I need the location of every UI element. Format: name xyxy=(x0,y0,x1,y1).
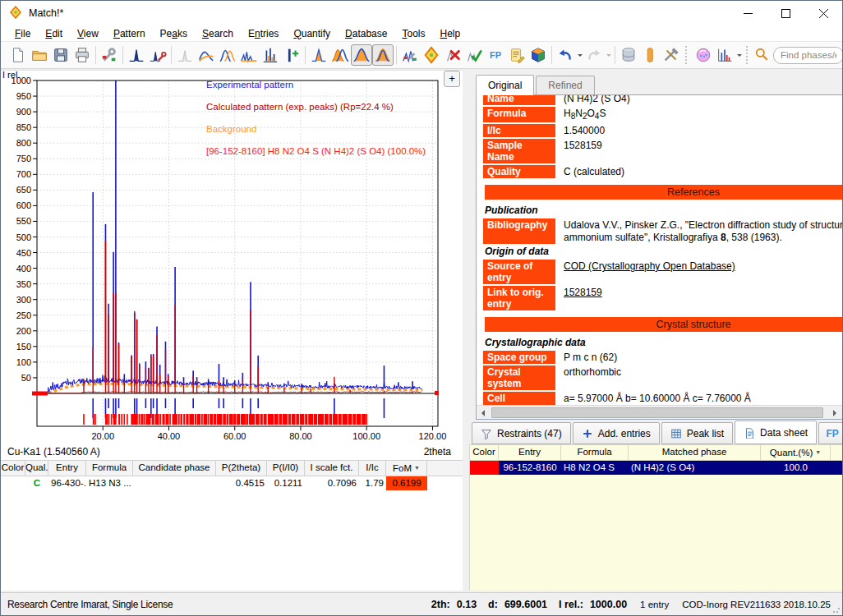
menu-pattern[interactable]: Pattern xyxy=(106,26,153,41)
column-header-fom[interactable]: FoM▼ xyxy=(386,461,427,476)
menu-help[interactable]: Help xyxy=(432,26,468,41)
select-entries-button[interactable] xyxy=(463,44,485,66)
scroll-right-button[interactable] xyxy=(829,407,841,419)
chart-options-button[interactable] xyxy=(714,44,735,66)
column-header-color[interactable]: Color xyxy=(470,445,499,460)
bottom-tab-data-sheet[interactable]: Data sheet xyxy=(735,421,817,444)
menu-entries[interactable]: Entries xyxy=(241,26,286,41)
field-link[interactable]: COD (Crystallography Open Database) xyxy=(564,260,735,272)
field-label: Name xyxy=(483,95,555,105)
chart-options-dropdown[interactable] xyxy=(735,44,743,66)
maximize-button[interactable] xyxy=(767,1,804,25)
colors-button[interactable] xyxy=(693,44,714,66)
menu-view[interactable]: View xyxy=(70,26,106,41)
field-value[interactable]: COD (Crystallography Open Database) xyxy=(564,260,735,284)
search-match-button[interactable] xyxy=(421,44,442,66)
toolbar-handle[interactable] xyxy=(746,46,750,64)
calculated-peak-tick xyxy=(233,414,236,425)
reference-db-button[interactable] xyxy=(639,44,661,66)
calculated-peak-tick xyxy=(178,414,180,425)
matched-phases-table: ColorEntryFormulaMatched phaseQuant.(%)▼… xyxy=(469,444,843,591)
resize-grip[interactable] xyxy=(832,605,841,614)
peak-search-options-button[interactable] xyxy=(147,44,168,66)
delete-entries-button[interactable] xyxy=(442,44,463,66)
legend-entry: [96-152-8160] H8 N2 O4 S (N H4)2 (S O4) … xyxy=(206,146,426,156)
matched-phase-row[interactable]: 96-152-8160H8 N2 O4 S(N H4)2 (S O4)100.0 xyxy=(470,461,843,475)
search-match-options-button[interactable] xyxy=(399,44,421,66)
profile-fitting-button[interactable] xyxy=(174,44,196,66)
tab-original[interactable]: Original xyxy=(476,75,534,95)
datasheet-horizontal-scrollbar[interactable] xyxy=(477,405,843,419)
column-header-filler xyxy=(427,461,463,476)
bottom-tab-restraints[interactable]: Restraints (47) xyxy=(472,422,571,444)
redo-button[interactable] xyxy=(583,44,605,66)
column-header-candidate-phase[interactable]: Candidate phase xyxy=(133,461,216,476)
diffraction-chart[interactable]: 5010015020025030035040045050055060065070… xyxy=(1,71,463,461)
column-header-color[interactable]: Color xyxy=(1,461,25,476)
hammer-wrench-icon xyxy=(662,46,680,64)
column-header-qual-[interactable]: Qual. xyxy=(25,461,48,476)
calculated-peak-tick xyxy=(183,414,185,425)
peak-searching-button[interactable] xyxy=(217,44,238,66)
close-button[interactable] xyxy=(804,1,842,25)
pattern-overlay-button[interactable] xyxy=(329,44,351,66)
menu-file[interactable]: File xyxy=(7,26,38,41)
add-peak-button[interactable] xyxy=(281,44,302,66)
menu-tools[interactable]: Tools xyxy=(394,26,432,41)
minimize-button[interactable] xyxy=(729,1,767,25)
column-header-i-ic[interactable]: I/Ic xyxy=(359,461,386,476)
field-link[interactable]: 1528159 xyxy=(564,287,602,298)
column-header-formula[interactable]: Formula xyxy=(86,461,133,476)
column-header-i-scale-fct-[interactable]: I scale fct. xyxy=(305,461,359,476)
menu-search[interactable]: Search xyxy=(195,26,241,41)
general-settings-button[interactable] xyxy=(99,44,120,66)
database-manager-button[interactable] xyxy=(618,44,639,66)
raw-data-button[interactable] xyxy=(126,44,147,66)
match-mode-a-button[interactable] xyxy=(351,44,372,66)
save-button[interactable] xyxy=(50,44,71,66)
pattern-orange-button[interactable] xyxy=(308,44,329,66)
chart-zoom-button[interactable]: + xyxy=(444,71,460,87)
fp-toggle-button[interactable]: FP xyxy=(485,44,506,66)
open-file-button[interactable] xyxy=(29,44,50,66)
horizontal-scroll-thumb[interactable] xyxy=(491,407,823,418)
bottom-tab-fp[interactable]: FP xyxy=(818,422,843,444)
redo-dropdown[interactable] xyxy=(605,44,612,66)
undo-button[interactable] xyxy=(555,44,576,66)
undo-dropdown[interactable] xyxy=(576,44,583,66)
matched-cell: H8 N2 O4 S xyxy=(561,461,629,475)
menu-database[interactable]: Database xyxy=(338,26,394,41)
candidate-row[interactable]: C96-430-...H13 N3 ...0.45150.12110.70961… xyxy=(1,476,463,490)
column-header-entry[interactable]: Entry xyxy=(499,445,561,460)
field-value[interactable]: 1528159 xyxy=(564,286,602,310)
panel-splitter[interactable] xyxy=(463,70,469,591)
print-button[interactable] xyxy=(71,44,93,66)
column-header-p-2theta-[interactable]: P(2theta) xyxy=(216,461,267,476)
bottom-tab-peak-list[interactable]: Peak list xyxy=(661,422,733,444)
bottom-tab-add-entries[interactable]: Add. entries xyxy=(573,422,660,444)
background-subtraction-button[interactable] xyxy=(196,44,217,66)
menu-edit[interactable]: Edit xyxy=(38,26,70,41)
peak-data-button[interactable] xyxy=(238,44,260,66)
peak-gray-icon xyxy=(176,46,194,64)
column-header-formula[interactable]: Formula xyxy=(561,445,629,460)
column-header-quant-[interactable]: Quant.(%)▼ xyxy=(761,445,831,460)
search-group xyxy=(753,46,843,65)
column-header-p-i-i0-[interactable]: P(I/I0) xyxy=(267,461,305,476)
tools-button[interactable] xyxy=(661,44,682,66)
column-header-entry[interactable]: Entry xyxy=(48,461,86,476)
column-header-matched-phase[interactable]: Matched phase xyxy=(629,445,761,460)
new-document-button[interactable] xyxy=(7,44,29,66)
report-button[interactable] xyxy=(506,44,527,66)
peak-bars-button[interactable] xyxy=(260,44,281,66)
toolbar-handle[interactable] xyxy=(685,46,689,64)
menu-quantify[interactable]: Quantify xyxy=(286,26,338,41)
menu-peaks[interactable]: Peaks xyxy=(153,26,195,41)
datasheet-viewport[interactable]: Name(N H4)2 (S O4)FormulaH8N2O4SI/Ic1.54… xyxy=(477,95,843,405)
scroll-left-button[interactable] xyxy=(477,407,489,419)
x-tick-label: 80.00 xyxy=(289,431,312,441)
match-mode-b-button[interactable] xyxy=(372,44,394,66)
tab-refined[interactable]: Refined xyxy=(536,76,594,94)
find-phases-input[interactable] xyxy=(773,47,843,64)
structure-3d-button[interactable] xyxy=(527,44,549,66)
